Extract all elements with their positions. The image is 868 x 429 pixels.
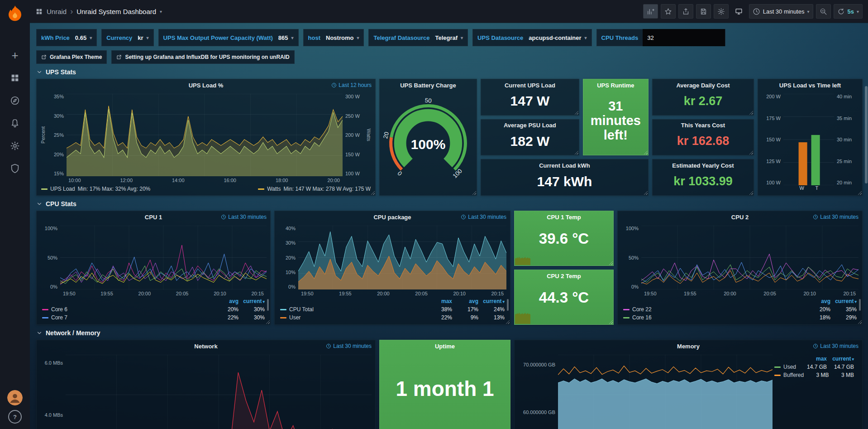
tick-label: 20:10 bbox=[214, 291, 226, 296]
legend-series-used[interactable]: Used bbox=[774, 364, 800, 370]
panel-header[interactable]: CPU 2 Temp bbox=[515, 270, 613, 282]
save-dashboard-button[interactable] bbox=[696, 4, 711, 19]
variable-telegraf-datasource[interactable]: Telegraf Datasource Telegraf▾ bbox=[368, 29, 468, 46]
legend-series-cpu-total[interactable]: CPU Total bbox=[280, 306, 426, 313]
panel-header[interactable]: Network Last 30 minutes bbox=[37, 340, 375, 352]
panel-header[interactable]: This Years Cost bbox=[653, 120, 754, 131]
variable-ups-max-output[interactable]: UPS Max Output Power Capacity (Watt) 865… bbox=[158, 29, 299, 46]
legend-scrollbar[interactable] bbox=[507, 299, 509, 311]
panel-header[interactable]: CPU package Last 30 minutes bbox=[275, 211, 510, 223]
legend-col-max[interactable]: max bbox=[800, 356, 827, 362]
legend-series-core7[interactable]: Core 7 bbox=[42, 314, 212, 321]
sidebar-item-explore[interactable] bbox=[6, 92, 24, 110]
legend-series-core6[interactable]: Core 6 bbox=[42, 306, 212, 313]
panel-header[interactable]: Estimated Yearly Cost bbox=[653, 159, 754, 171]
tick-label: 20:00 bbox=[724, 291, 736, 296]
legend-col-current[interactable]: current▾ bbox=[830, 298, 857, 304]
battery-gauge[interactable]: 0 20 50 100 100% bbox=[380, 91, 477, 195]
page-title[interactable]: Unraid System Dashboard bbox=[76, 8, 156, 15]
panel-title[interactable]: UPS Load % bbox=[189, 82, 224, 89]
add-panel-button[interactable] bbox=[643, 4, 658, 19]
breadcrumb-folder[interactable]: Unraid bbox=[47, 8, 67, 15]
legend-col-max[interactable]: max bbox=[426, 298, 452, 304]
variable-kwh-price[interactable]: kWh Price 0.65▾ bbox=[36, 29, 97, 46]
panel-average-psu-load: Average PSU Load 182 W bbox=[481, 119, 579, 156]
grafana-logo-icon[interactable] bbox=[5, 5, 24, 24]
panel-title[interactable]: UPS Load vs Time left bbox=[779, 82, 841, 89]
legend-item-ups-load[interactable]: UPS Load Min: 17% Max: 32% Avg: 20% bbox=[41, 186, 150, 192]
legend-series-user[interactable]: User bbox=[280, 314, 426, 321]
panel-header[interactable]: Average PSU Load bbox=[481, 120, 579, 131]
page-scrollbar[interactable] bbox=[865, 86, 868, 183]
cpu1-chart[interactable] bbox=[60, 226, 267, 289]
star-icon bbox=[664, 8, 672, 15]
cpu2-temp-sparkline bbox=[515, 308, 530, 324]
legend-col-current[interactable]: current▾ bbox=[827, 356, 854, 362]
cpu2-chart[interactable] bbox=[641, 226, 858, 289]
dashboard-settings-button[interactable] bbox=[714, 4, 729, 19]
cycle-view-button[interactable] bbox=[731, 4, 746, 19]
ups-load-chart[interactable] bbox=[67, 94, 343, 176]
sidebar-item-configuration[interactable] bbox=[6, 137, 24, 155]
cpu-package-chart[interactable] bbox=[298, 226, 506, 289]
row-header-ups-stats[interactable]: UPS Stats bbox=[36, 68, 863, 76]
link-ups-monitoring-guide[interactable]: Setting up Grafana and InfluxDB for UPS … bbox=[111, 50, 294, 64]
legend-series-buffered[interactable]: Buffered bbox=[774, 372, 804, 378]
share-dashboard-button[interactable] bbox=[678, 4, 693, 19]
variable-ups-datasource[interactable]: UPS Datasource apcupsd-container▾ bbox=[472, 29, 591, 46]
tick-label: 19:55 bbox=[100, 291, 113, 296]
legend-item-watts[interactable]: Watts Min: 147 W Max: 278 W Avg: 175 W bbox=[258, 186, 371, 192]
tick-label: 100% bbox=[40, 226, 57, 231]
legend-scrollbar[interactable] bbox=[267, 299, 269, 311]
time-range-picker[interactable]: Last 30 minutes ▾ bbox=[749, 4, 813, 19]
legend-col-current[interactable]: current▾ bbox=[478, 298, 505, 304]
navbar: Unraid › Unraid System Dashboard ▾ bbox=[30, 0, 868, 23]
panel-header[interactable]: UPS Load vs Time left bbox=[758, 79, 862, 91]
network-chart[interactable] bbox=[66, 355, 372, 429]
legend-series-core16[interactable]: Core 16 bbox=[623, 314, 804, 321]
tick-label: 25 min bbox=[837, 159, 858, 164]
legend-scrollbar[interactable] bbox=[859, 299, 861, 311]
tick-label: 35% bbox=[46, 94, 64, 99]
link-grafana-plex-theme[interactable]: Grafana Plex Theme bbox=[36, 50, 107, 64]
memory-chart[interactable] bbox=[558, 355, 773, 429]
sidebar-item-alerting[interactable] bbox=[6, 114, 24, 132]
panel-header[interactable]: CPU 1 Temp bbox=[515, 211, 613, 223]
cpu-threads-input[interactable] bbox=[643, 29, 725, 46]
breadcrumb[interactable]: Unraid › Unraid System Dashboard ▾ bbox=[35, 7, 162, 15]
row-header-network-memory[interactable]: Network / Memory bbox=[36, 329, 863, 337]
panel-title[interactable]: UPS Battery Charge bbox=[400, 82, 456, 89]
ups-vs-time-bars-chart[interactable] bbox=[783, 94, 834, 185]
panel-header[interactable]: UPS Battery Charge bbox=[380, 79, 477, 91]
variable-currency[interactable]: Currency kr▾ bbox=[101, 29, 153, 46]
panel-header[interactable]: CPU 1 Last 30 minutes bbox=[37, 211, 270, 223]
panel-header[interactable]: Memory Last 30 minutes bbox=[515, 340, 862, 352]
row-header-cpu-stats[interactable]: CPU Stats bbox=[36, 200, 863, 207]
panel-header[interactable]: Current UPS Load bbox=[481, 79, 579, 91]
user-avatar[interactable] bbox=[7, 390, 23, 405]
zoom-out-time-button[interactable] bbox=[816, 4, 831, 19]
refresh-picker[interactable]: 5s ▾ bbox=[834, 4, 863, 19]
panel-header[interactable]: Uptime bbox=[380, 340, 510, 352]
legend-col-avg[interactable]: avg bbox=[212, 298, 238, 304]
legend-col-current[interactable]: current▾ bbox=[238, 298, 265, 304]
panel-header[interactable]: CPU 2 Last 30 minutes bbox=[618, 211, 862, 223]
legend-series-core22[interactable]: Core 22 bbox=[623, 306, 804, 313]
dashboard-links-row: Grafana Plex Theme Setting up Grafana an… bbox=[36, 50, 863, 64]
panel-header[interactable]: Average Daily Cost bbox=[653, 79, 754, 91]
sort-caret-icon: ▾ bbox=[854, 299, 857, 304]
variable-host[interactable]: host Nostromo▾ bbox=[303, 29, 364, 46]
panel-header[interactable]: Current Load kWh bbox=[481, 159, 648, 171]
legend-row: CPU Total 38% 17% 24% bbox=[280, 306, 505, 313]
refresh-icon bbox=[837, 8, 845, 15]
sidebar-item-dashboards[interactable] bbox=[6, 69, 24, 87]
sidebar-item-server-admin[interactable] bbox=[6, 159, 24, 178]
sidebar-item-create[interactable]: + bbox=[6, 46, 24, 64]
panel-header[interactable]: UPS Load % Last 12 hours bbox=[37, 79, 375, 91]
legend-value: 13% bbox=[478, 314, 505, 321]
help-icon[interactable]: ? bbox=[8, 410, 22, 424]
star-dashboard-button[interactable] bbox=[661, 4, 676, 19]
legend-col-avg[interactable]: avg bbox=[452, 298, 478, 304]
panel-header[interactable]: UPS Runtime bbox=[583, 79, 648, 91]
legend-col-avg[interactable]: avg bbox=[804, 298, 830, 304]
